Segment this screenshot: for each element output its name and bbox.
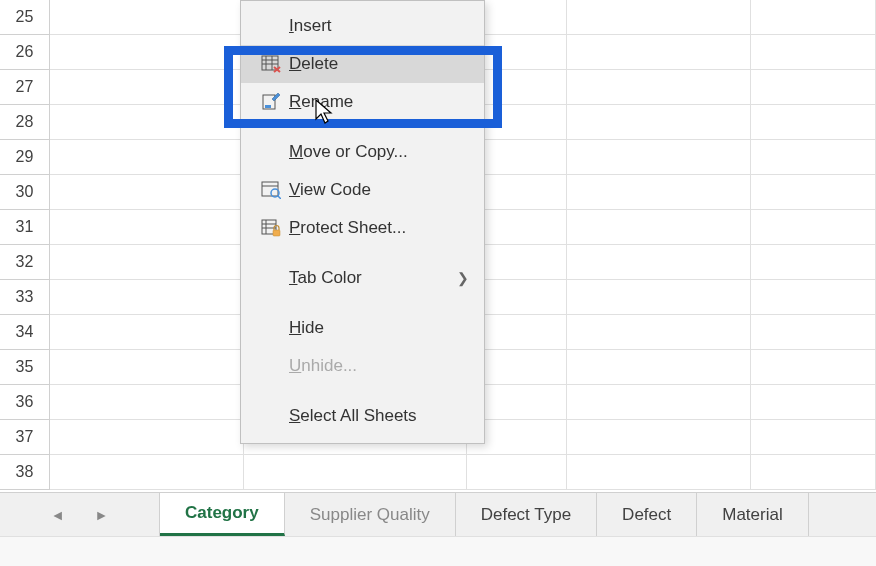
cell[interactable]	[50, 245, 244, 280]
cell[interactable]	[50, 175, 244, 210]
status-bar	[0, 536, 876, 566]
cell[interactable]	[567, 350, 751, 385]
cell[interactable]	[244, 455, 467, 490]
row-header[interactable]: 32	[0, 245, 50, 280]
sheet-nav-arrows: ◄ ►	[0, 493, 160, 536]
next-sheet-arrow[interactable]: ►	[95, 507, 109, 523]
row-header[interactable]: 29	[0, 140, 50, 175]
cell[interactable]	[751, 35, 876, 70]
cell[interactable]	[50, 35, 244, 70]
row-header[interactable]: 35	[0, 350, 50, 385]
menu-label-rest: iew Code	[300, 180, 371, 199]
cell[interactable]	[751, 350, 876, 385]
sheet-tab-supplier-quality[interactable]: Supplier Quality	[285, 493, 456, 536]
sheet-tab-label: Material	[722, 505, 782, 525]
sheet-tab-defect-type[interactable]: Defect Type	[456, 493, 597, 536]
cell[interactable]	[567, 245, 751, 280]
sheet-tab-label: Category	[185, 503, 259, 523]
cell[interactable]	[751, 0, 876, 35]
row-header[interactable]: 36	[0, 385, 50, 420]
cell[interactable]	[467, 455, 567, 490]
menu-label-rest: ab Color	[298, 268, 362, 287]
svg-rect-6	[265, 105, 271, 108]
cell[interactable]	[50, 350, 244, 385]
sheet-tab-label: Supplier Quality	[310, 505, 430, 525]
cell[interactable]	[567, 280, 751, 315]
row-header[interactable]: 30	[0, 175, 50, 210]
menu-view-code[interactable]: View Code	[241, 171, 484, 209]
sheet-tab-category[interactable]: Category	[160, 493, 285, 536]
cell[interactable]	[50, 0, 244, 35]
cell[interactable]	[751, 420, 876, 455]
cell[interactable]	[50, 70, 244, 105]
menu-label-rest: rotect Sheet...	[300, 218, 406, 237]
menu-delete[interactable]: Delete	[241, 45, 484, 83]
cell[interactable]	[567, 210, 751, 245]
sheet-tab-label: Defect Type	[481, 505, 571, 525]
cell[interactable]	[567, 315, 751, 350]
cell[interactable]	[751, 105, 876, 140]
cell[interactable]	[50, 315, 244, 350]
cell[interactable]	[567, 140, 751, 175]
menu-hide[interactable]: Hide	[241, 309, 484, 347]
cell[interactable]	[567, 105, 751, 140]
sheet-tab-bar: ◄ ► Category Supplier Quality Defect Typ…	[0, 492, 876, 536]
cell[interactable]	[567, 70, 751, 105]
cell[interactable]	[567, 385, 751, 420]
cell[interactable]	[751, 245, 876, 280]
row-header[interactable]: 26	[0, 35, 50, 70]
svg-line-10	[278, 196, 281, 199]
cell[interactable]	[751, 280, 876, 315]
cell[interactable]	[50, 280, 244, 315]
row-header[interactable]: 25	[0, 0, 50, 35]
row-header[interactable]: 27	[0, 70, 50, 105]
menu-label-rest: ide	[301, 318, 324, 337]
row-header[interactable]: 38	[0, 455, 50, 490]
menu-rename[interactable]: Rename	[241, 83, 484, 121]
sheet-tab-defect[interactable]: Defect	[597, 493, 697, 536]
menu-tab-color[interactable]: Tab Color ❯	[241, 259, 484, 297]
prev-sheet-arrow[interactable]: ◄	[51, 507, 65, 523]
cell[interactable]	[751, 70, 876, 105]
menu-select-all-sheets[interactable]: Select All Sheets	[241, 397, 484, 435]
cell[interactable]	[567, 0, 751, 35]
menu-label-rest: elect All Sheets	[300, 406, 416, 425]
sheet-tab-material[interactable]: Material	[697, 493, 808, 536]
protect-sheet-icon	[261, 219, 289, 237]
menu-insert[interactable]: Insert	[241, 7, 484, 45]
menu-protect-sheet[interactable]: Protect Sheet...	[241, 209, 484, 247]
delete-sheet-icon	[261, 55, 289, 73]
submenu-arrow-icon: ❯	[457, 270, 469, 286]
cells-row	[50, 455, 876, 490]
cell[interactable]	[567, 35, 751, 70]
cell[interactable]	[567, 175, 751, 210]
menu-unhide: Unhide...	[241, 347, 484, 385]
row-header[interactable]: 37	[0, 420, 50, 455]
cell[interactable]	[751, 315, 876, 350]
menu-label-rest: nsert	[294, 16, 332, 35]
cell[interactable]	[567, 420, 751, 455]
cell[interactable]	[50, 455, 244, 490]
row-headers-column: 2526272829303132333435363738	[0, 0, 50, 490]
cell[interactable]	[50, 210, 244, 245]
cell[interactable]	[50, 385, 244, 420]
cell[interactable]	[751, 455, 876, 490]
svg-rect-15	[273, 230, 280, 236]
menu-label-rest: ove or Copy...	[303, 142, 408, 161]
menu-move-copy[interactable]: Move or Copy...	[241, 133, 484, 171]
row-header[interactable]: 31	[0, 210, 50, 245]
cell[interactable]	[50, 105, 244, 140]
menu-label-rest: ename	[301, 92, 353, 111]
row-header[interactable]: 33	[0, 280, 50, 315]
cell[interactable]	[50, 420, 244, 455]
menu-label-rest: elete	[301, 54, 338, 73]
cell[interactable]	[50, 140, 244, 175]
cell[interactable]	[751, 385, 876, 420]
cell[interactable]	[567, 455, 751, 490]
cell[interactable]	[751, 210, 876, 245]
cell[interactable]	[751, 140, 876, 175]
view-code-icon	[261, 181, 289, 199]
row-header[interactable]: 28	[0, 105, 50, 140]
cell[interactable]	[751, 175, 876, 210]
row-header[interactable]: 34	[0, 315, 50, 350]
